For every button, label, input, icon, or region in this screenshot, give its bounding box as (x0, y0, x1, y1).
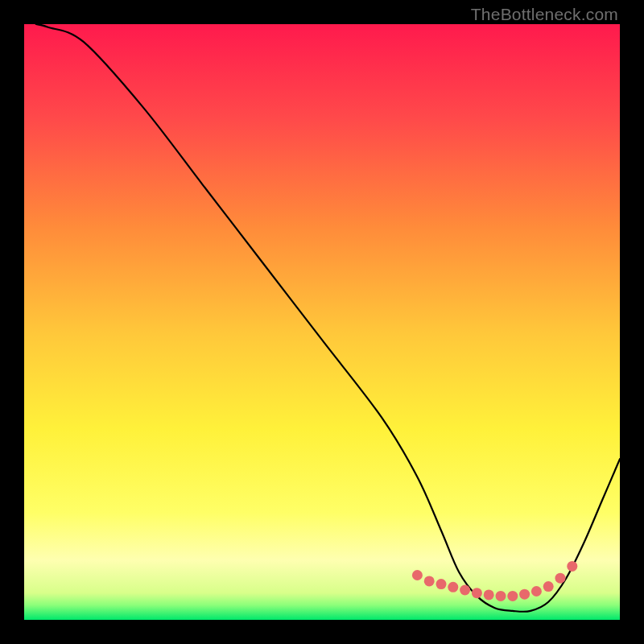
highlight-dot (484, 589, 494, 600)
highlight-dot (531, 586, 542, 597)
bottleneck-curve-path (36, 24, 620, 612)
plot-area (24, 24, 620, 620)
highlight-dot (567, 561, 577, 572)
watermark-text: TheBottleneck.com (471, 5, 618, 24)
highlight-dot (412, 570, 423, 580)
bottleneck-curve (36, 24, 620, 612)
highlight-dot (555, 573, 566, 584)
highlight-dot (436, 579, 447, 589)
highlight-dot (496, 591, 506, 601)
highlight-dot (519, 589, 530, 600)
highlight-dot (424, 576, 435, 586)
highlight-dot (460, 585, 470, 596)
chart-overlay (24, 24, 620, 620)
highlight-dot (543, 581, 554, 592)
highlight-dot (448, 582, 458, 592)
highlight-dots (412, 561, 577, 601)
highlight-dot (472, 588, 482, 598)
chart-frame: TheBottleneck.com (0, 0, 644, 644)
highlight-dot (507, 591, 518, 601)
